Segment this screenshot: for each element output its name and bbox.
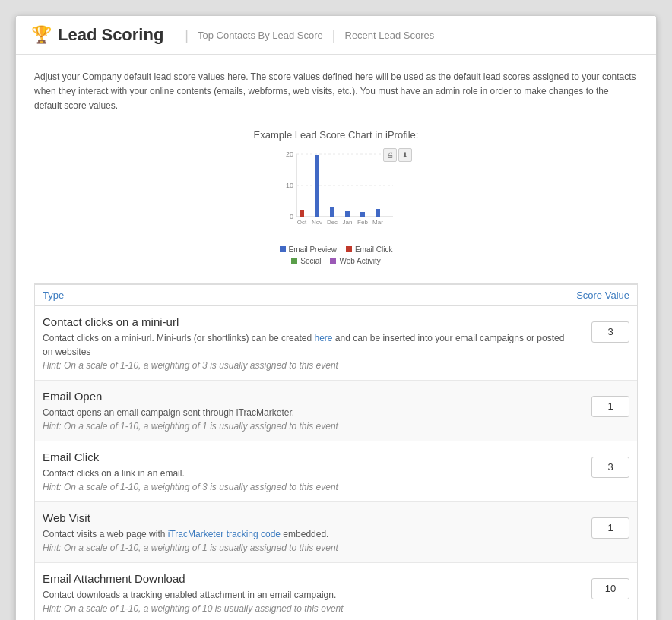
row-left-web-visit: Web Visit Contact visits a web page with…: [43, 511, 591, 553]
row-right-email-open: [591, 390, 629, 417]
mini-url-here-link[interactable]: here: [314, 333, 332, 343]
trophy-icon: 🏆: [31, 25, 52, 45]
row-hint-attachment: Hint: On a scale of 1-10, a weighting of…: [43, 603, 576, 614]
legend-web-activity-label: Web Activity: [339, 257, 380, 265]
score-input-email-click[interactable]: [591, 457, 629, 478]
chart-icons: 🖨 ⬇: [383, 148, 412, 162]
score-input-mini-url[interactable]: [591, 321, 629, 343]
row-hint-email-open: Hint: On a scale of 1-10, a weighting of…: [43, 421, 576, 432]
table-row: Email Open Contact opens an email campai…: [35, 381, 637, 441]
svg-text:Oct: Oct: [297, 219, 307, 226]
legend-social: Social: [291, 257, 321, 265]
table-row: Email Attachment Download Contact downlo…: [35, 563, 637, 620]
row-left-mini-url: Contact clicks on a mini-url Contact cli…: [43, 315, 591, 371]
svg-text:Mar: Mar: [372, 219, 383, 226]
nav-top-contacts[interactable]: Top Contacts By Lead Score: [198, 30, 323, 41]
legend-email-preview: Email Preview: [280, 245, 337, 254]
svg-rect-10: [345, 211, 350, 217]
score-input-attachment[interactable]: [591, 578, 629, 599]
row-right-attachment: [591, 572, 629, 599]
row-desc-email-open: Contact opens an email campaign sent thr…: [43, 406, 576, 419]
svg-text:0: 0: [290, 213, 293, 220]
chart-title: Example Lead Score Chart in iProfile:: [34, 129, 638, 141]
svg-text:Jan: Jan: [343, 219, 353, 226]
nav-divider-1: |: [185, 27, 189, 43]
row-right-email-click: [591, 451, 629, 478]
legend-email-click-label: Email Click: [355, 245, 392, 254]
svg-text:Dec: Dec: [327, 219, 338, 226]
row-title-attachment: Email Attachment Download: [43, 572, 576, 585]
svg-rect-9: [330, 207, 334, 217]
chart-download-icon[interactable]: ⬇: [398, 148, 412, 162]
description-text: Adjust your Company default lead score v…: [34, 70, 638, 114]
chart-legend: Email Preview Email Click Social Web Act…: [260, 245, 412, 265]
table-row: Contact clicks on a mini-url Contact cli…: [35, 306, 637, 381]
row-title-web-visit: Web Visit: [43, 511, 576, 524]
row-title-mini-url: Contact clicks on a mini-url: [43, 315, 576, 328]
legend-web-activity: Web Activity: [330, 257, 380, 265]
content-area: Adjust your Company default lead score v…: [16, 55, 656, 620]
svg-text:20: 20: [286, 150, 293, 158]
score-table: Type Score Value Contact clicks on a min…: [34, 283, 638, 620]
chart-print-icon[interactable]: 🖨: [383, 148, 397, 162]
row-desc-web-visit: Contact visits a web page with iTracMark…: [43, 527, 576, 541]
svg-rect-12: [376, 209, 380, 217]
row-hint-mini-url: Hint: On a scale of 1-10, a weighting of…: [43, 360, 576, 371]
chart-section: Example Lead Score Chart in iProfile: 🖨 …: [34, 129, 638, 265]
svg-text:Feb: Feb: [357, 219, 368, 226]
svg-rect-7: [300, 210, 304, 217]
svg-rect-22: [330, 258, 336, 264]
nav-recent-scores[interactable]: Recent Lead Scores: [345, 30, 435, 41]
row-left-email-open: Email Open Contact opens an email campai…: [43, 390, 591, 432]
score-input-web-visit[interactable]: [591, 517, 629, 539]
page-title-text: Lead Scoring: [58, 25, 163, 45]
row-right-web-visit: [591, 511, 629, 539]
chart-container: 🖨 ⬇ 20 10 0: [260, 148, 412, 265]
table-row: Email Click Contact clicks on a link in …: [35, 441, 637, 502]
row-desc-mini-url: Contact clicks on a mini-url. Mini-urls …: [43, 331, 576, 359]
score-input-email-open[interactable]: [591, 396, 629, 417]
row-left-email-click: Email Click Contact clicks on a link in …: [43, 451, 591, 492]
bar-chart-svg: 20 10 0 Oct: [275, 148, 397, 239]
svg-rect-20: [346, 246, 352, 252]
legend-email-preview-label: Email Preview: [289, 245, 337, 254]
row-hint-email-click: Hint: On a scale of 1-10, a weighting of…: [43, 482, 576, 492]
main-window: 🏆 Lead Scoring | Top Contacts By Lead Sc…: [15, 15, 657, 620]
page-title: 🏆 Lead Scoring: [31, 25, 163, 45]
nav-divider-2: |: [332, 27, 336, 43]
legend-email-click-dot: [346, 246, 352, 252]
row-left-attachment: Email Attachment Download Contact downlo…: [43, 572, 591, 614]
col-type-header: Type: [43, 289, 64, 301]
row-right-mini-url: [591, 315, 629, 343]
header: 🏆 Lead Scoring | Top Contacts By Lead Sc…: [16, 16, 656, 55]
col-score-header: Score Value: [576, 289, 629, 301]
legend-social-dot: [291, 258, 297, 264]
row-title-email-click: Email Click: [43, 451, 576, 463]
svg-rect-19: [280, 246, 286, 252]
svg-rect-8: [315, 155, 319, 217]
legend-web-activity-dot: [330, 258, 336, 264]
row-desc-email-click: Contact clicks on a link in an email.: [43, 467, 576, 480]
table-row: Web Visit Contact visits a web page with…: [35, 502, 637, 563]
legend-social-label: Social: [300, 257, 321, 265]
svg-rect-11: [360, 212, 365, 217]
svg-text:10: 10: [286, 182, 293, 189]
svg-text:Nov: Nov: [312, 219, 322, 226]
legend-email-click: Email Click: [346, 245, 392, 254]
row-hint-web-visit: Hint: On a scale of 1-10, a weighting of…: [43, 542, 576, 553]
legend-email-preview-dot: [280, 246, 286, 252]
row-title-email-open: Email Open: [43, 390, 576, 403]
table-header: Type Score Value: [35, 284, 637, 306]
row-desc-attachment: Contact downloads a tracking enabled att…: [43, 588, 576, 602]
svg-rect-21: [291, 258, 297, 264]
tracking-code-link[interactable]: iTracMarketer tracking code: [168, 529, 281, 539]
